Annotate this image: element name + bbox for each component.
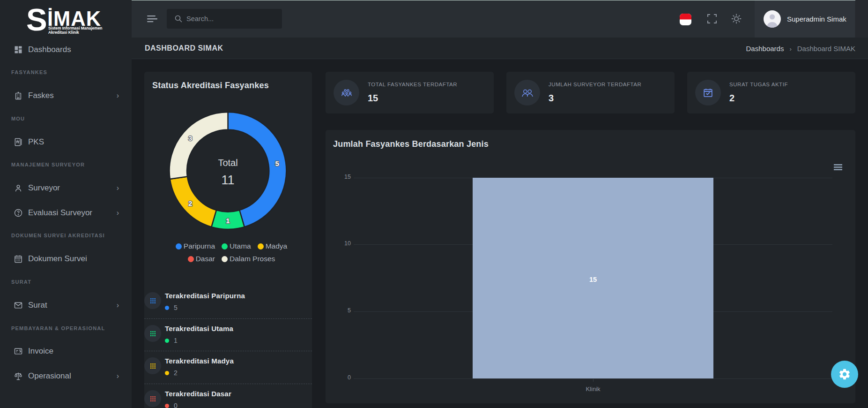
svg-text:11: 11 bbox=[221, 173, 234, 187]
svg-text:Total: Total bbox=[218, 158, 237, 168]
svg-text:1: 1 bbox=[226, 217, 230, 225]
svg-text:5: 5 bbox=[275, 159, 279, 167]
svg-text:S: S bbox=[26, 2, 47, 37]
svg-text:3: 3 bbox=[188, 134, 192, 142]
svg-text:2: 2 bbox=[188, 199, 192, 207]
svg-text:Akreditasi Klinik: Akreditasi Klinik bbox=[48, 30, 79, 35]
